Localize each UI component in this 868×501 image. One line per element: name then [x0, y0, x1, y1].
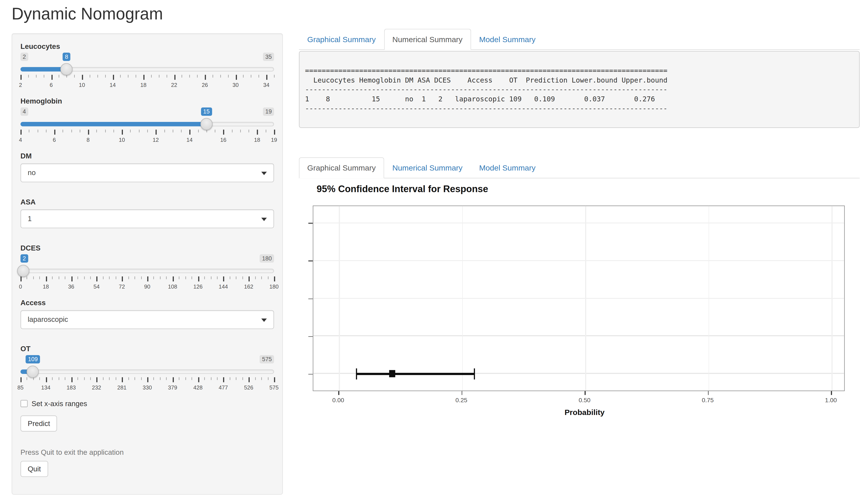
hemoglobin-slider-handle[interactable] — [200, 118, 212, 130]
bottom-tab-item-numerical-summary: Numerical Summary — [384, 157, 471, 178]
slider-tick-label: 134 — [41, 384, 51, 391]
slider-minor-tick — [255, 276, 256, 279]
plot-panel — [313, 205, 845, 391]
slider-minor-tick — [105, 130, 106, 132]
slider-minor-tick — [90, 377, 91, 380]
slider-minor-tick — [84, 377, 85, 380]
x-axis-tick — [338, 391, 339, 395]
slider-tick-label: 18 — [254, 137, 260, 143]
slider-tick-label: 379 — [168, 384, 177, 391]
set-xaxis-ranges-checkbox[interactable] — [21, 400, 28, 407]
slider-minor-tick — [261, 276, 262, 279]
controls-container: Leucocytes23582610141822263034Hemoglobin… — [21, 42, 274, 391]
slider-tick-label: 22 — [171, 82, 177, 88]
hemoglobin-slider-fill — [21, 122, 210, 126]
slider-minor-tick — [37, 130, 38, 132]
slider-minor-tick — [40, 377, 40, 380]
slider-major-tick — [143, 75, 144, 80]
slider-tick-label: 4 — [19, 137, 22, 143]
slider-minor-tick — [103, 276, 103, 279]
slider-minor-tick — [80, 130, 80, 132]
v-gridline — [585, 206, 586, 391]
slider-minor-tick — [52, 377, 53, 380]
slider-minor-tick — [242, 276, 243, 279]
ot-slider-handle[interactable] — [27, 366, 39, 378]
asa-select[interactable]: 1 — [21, 210, 274, 228]
ot-slider-value-badge: 109 — [26, 355, 40, 363]
top-tab-graphical-summary[interactable]: Graphical Summary — [299, 29, 384, 50]
x-axis-tick — [708, 391, 708, 395]
slider-minor-tick — [128, 276, 129, 279]
bottom-tabset: Graphical SummaryNumerical SummaryModel … — [299, 157, 859, 178]
slider-minor-tick — [232, 130, 232, 132]
slider-minor-tick — [29, 130, 30, 132]
hemoglobin-slider[interactable]: 41915468101214161819 — [21, 107, 274, 143]
x-tick-label: 0.75 — [696, 397, 720, 403]
sidebar-panel: Leucocytes23582610141822263034Hemoglobin… — [12, 33, 283, 495]
slider-minor-tick — [166, 75, 167, 77]
slider-minor-tick — [228, 75, 229, 77]
slider-tick-label: 428 — [193, 384, 202, 391]
slider-minor-tick — [185, 377, 186, 380]
slider-tick-label: 16 — [220, 137, 227, 143]
slider-major-tick — [88, 130, 89, 135]
slider-tick-label: 180 — [269, 284, 278, 290]
slider-minor-tick — [197, 75, 198, 77]
slider-major-tick — [198, 276, 199, 281]
slider-minor-tick — [259, 75, 260, 77]
slider-major-tick — [97, 276, 98, 281]
slider-minor-tick — [236, 377, 237, 380]
predict-button[interactable]: Predict — [21, 415, 57, 431]
ot-slider-track[interactable] — [21, 370, 274, 374]
slider-minor-tick — [173, 130, 173, 132]
y-axis-tick — [308, 298, 313, 299]
dm-select[interactable]: no — [21, 163, 274, 182]
leucocytes-slider-handle[interactable] — [61, 63, 73, 75]
slider-minor-tick — [71, 130, 72, 132]
slider-tick-label: 30 — [233, 82, 239, 88]
access-select[interactable]: laparoscopic — [21, 310, 274, 329]
slider-minor-tick — [212, 75, 213, 77]
set-xaxis-ranges-row[interactable]: Set x-axis ranges — [21, 399, 274, 408]
slider-minor-tick — [116, 276, 116, 279]
dces-slider[interactable]: 180201836547290108126144162180 — [21, 254, 274, 290]
slider-major-tick — [21, 130, 22, 135]
slider-minor-tick — [52, 276, 53, 279]
slider-minor-tick — [191, 377, 192, 380]
prediction-point — [389, 370, 395, 377]
top-tab-numerical-summary[interactable]: Numerical Summary — [384, 29, 471, 50]
bottom-tab-numerical-summary[interactable]: Numerical Summary — [384, 157, 471, 178]
x-tick-label: 0.00 — [326, 397, 351, 403]
slider-minor-tick — [44, 75, 44, 77]
slider-tick-label: 18 — [140, 82, 147, 88]
slider-minor-tick — [141, 377, 142, 380]
bottom-tab-model-summary[interactable]: Model Summary — [471, 157, 544, 178]
slider-tick-label: 90 — [144, 284, 151, 290]
slider-minor-tick — [204, 276, 205, 279]
slider-minor-tick — [120, 75, 121, 77]
slider-minor-tick — [65, 377, 65, 380]
slider-major-tick — [51, 75, 52, 80]
slider-major-tick — [147, 377, 149, 382]
slider-minor-tick — [267, 276, 268, 279]
top-tabset: Graphical SummaryNumerical SummaryModel … — [299, 29, 859, 50]
dm-control: DMno — [21, 152, 274, 182]
slider-minor-tick — [90, 75, 90, 77]
ot-slider[interactable]: 57510985134183232281330379428477526575 — [21, 355, 274, 391]
leucocytes-slider[interactable]: 23582610141822263034 — [21, 53, 274, 88]
slider-tick-label: 14 — [110, 82, 116, 88]
quit-button[interactable]: Quit — [21, 461, 48, 477]
main-content: Graphical SummaryNumerical SummaryModel … — [299, 29, 859, 423]
leucocytes-label: Leucocytes — [21, 42, 274, 50]
slider-major-tick — [147, 276, 149, 281]
top-tab-model-summary[interactable]: Model Summary — [471, 29, 544, 50]
slider-tick-label: 19 — [271, 137, 277, 143]
bottom-tab-graphical-summary[interactable]: Graphical Summary — [299, 157, 384, 178]
asa-select-value: 1 — [28, 214, 32, 223]
slider-minor-tick — [90, 276, 91, 279]
slider-minor-tick — [215, 130, 216, 132]
dces-slider-track[interactable] — [21, 269, 274, 273]
slider-tick-label: 2 — [19, 82, 22, 88]
slider-minor-tick — [185, 276, 186, 279]
dces-slider-handle[interactable] — [17, 265, 29, 277]
